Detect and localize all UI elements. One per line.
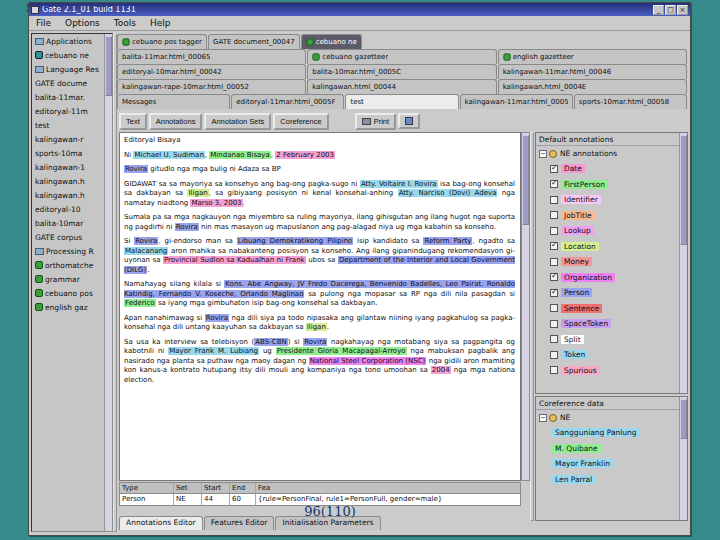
tab-test[interactable]: test <box>345 94 458 109</box>
menu-item-options[interactable]: Options <box>58 17 107 29</box>
annotation-type-row[interactable]: Location <box>536 239 687 255</box>
annotation-set-root[interactable]: − NE annotations <box>536 146 687 161</box>
table-column-header[interactable]: Start <box>202 483 230 493</box>
annotation-type-row[interactable]: Organization <box>536 270 687 286</box>
tab-messages[interactable]: Messages <box>117 94 230 109</box>
coreference-panel-scrollbar-thumb[interactable] <box>680 399 687 439</box>
collapse-icon[interactable]: − <box>539 414 547 422</box>
tree-item[interactable]: GATE corpus <box>32 230 104 244</box>
minimize-icon[interactable]: _ <box>653 5 664 15</box>
annotation-type-row[interactable]: Token <box>536 347 687 363</box>
tree-item[interactable]: orthomatche <box>32 258 104 272</box>
annotation-panel-scrollbar-thumb[interactable] <box>680 135 687 245</box>
coreference-row[interactable]: M. Quibane <box>536 441 687 457</box>
coreference-row[interactable]: Len Parral <box>536 472 687 488</box>
checkbox-icon[interactable] <box>550 180 558 188</box>
tab-cebuano-gazetteer[interactable]: cebuano gazetteer <box>307 49 496 64</box>
toolbar-extra-button[interactable] <box>398 113 420 129</box>
tree-item[interactable]: grammar <box>32 272 104 286</box>
tab-kalingawan-html-00044[interactable]: kalingawan.html_00044 <box>307 79 496 94</box>
checkbox-icon[interactable] <box>550 258 558 266</box>
tab-gate-document-00047[interactable]: GATE document_00047 <box>208 34 300 49</box>
checkbox-icon[interactable] <box>550 335 558 343</box>
document-scrollbar-thumb[interactable] <box>522 135 529 225</box>
menu-item-tools[interactable]: Tools <box>107 17 143 29</box>
annotation-type-row[interactable]: FirstPerson <box>536 177 687 193</box>
tab-cebuano-ne[interactable]: cebuano ne <box>301 34 362 49</box>
tree-scrollbar[interactable] <box>104 34 112 531</box>
tab-kalingawan-11mar-html-0005a[interactable]: kalingawan-11mar.html_0005A <box>460 94 573 109</box>
menu-item-help[interactable]: Help <box>143 17 178 29</box>
document-text-view[interactable]: Editoryal BisayaNi Michael U. Sudiman, M… <box>119 132 521 481</box>
right-splitter[interactable] <box>530 132 534 521</box>
annotation-type-row[interactable]: Spurious <box>536 363 687 379</box>
tab-balita-11mar-html-00065[interactable]: balita-11mar.html_00065 <box>117 49 306 64</box>
annotation-type-row[interactable]: Date <box>536 161 687 177</box>
tree-item[interactable]: cebuano ne <box>32 48 104 62</box>
coreference-button[interactable]: Coreference <box>273 113 328 130</box>
annotation-type-row[interactable]: Person <box>536 285 687 301</box>
document-scrollbar[interactable] <box>521 132 530 481</box>
checkbox-icon[interactable] <box>550 227 558 235</box>
tree-item[interactable]: english gaz <box>32 300 104 314</box>
annotation-type-row[interactable]: Lookup <box>536 223 687 239</box>
tab-kalingawan-11mar-html-00046[interactable]: kalingawan-11mar.html_00046 <box>498 64 687 79</box>
annotation-type-row[interactable]: Identifier <box>536 192 687 208</box>
menu-item-file[interactable]: File <box>29 17 58 29</box>
table-column-header[interactable]: End <box>230 483 256 493</box>
annotation-panel-scrollbar[interactable] <box>679 133 687 393</box>
tree-scrollbar-thumb[interactable] <box>105 36 112 96</box>
tree-item[interactable]: GATE docume <box>32 76 104 90</box>
tree-item[interactable]: cebuano pos <box>32 286 104 300</box>
text-button[interactable]: Text <box>119 113 147 130</box>
annotations-button[interactable]: Annotations <box>149 113 203 130</box>
coreference-row[interactable]: Mayor Franklin <box>536 456 687 472</box>
table-column-header[interactable]: Fea <box>256 483 520 493</box>
table-column-header[interactable]: Set <box>174 483 202 493</box>
tree-item[interactable]: kalingawan-r <box>32 132 104 146</box>
tree-item[interactable]: balita-11mar. <box>32 90 104 104</box>
tab-cebuano-pos-tagger[interactable]: cebuano pos tagger <box>117 34 207 49</box>
checkbox-icon[interactable] <box>550 320 558 328</box>
checkbox-icon[interactable] <box>550 366 558 374</box>
checkbox-icon[interactable] <box>550 351 558 359</box>
tree-item[interactable]: kalingawan.h <box>32 188 104 202</box>
tree-item[interactable]: sports-10ma <box>32 146 104 160</box>
print-button[interactable]: Print <box>355 113 396 130</box>
checkbox-icon[interactable] <box>550 242 558 250</box>
annotation-type-row[interactable]: Sentence <box>536 301 687 317</box>
coreference-panel-scrollbar[interactable] <box>679 397 687 520</box>
maximize-icon[interactable]: □ <box>665 5 676 15</box>
tree-item[interactable]: balita-10mar <box>32 216 104 230</box>
checkbox-icon[interactable] <box>550 165 558 173</box>
tab-balita-10mar-html-0005c[interactable]: balita-10mar.html_0005C <box>307 64 496 79</box>
checkbox-icon[interactable] <box>550 304 558 312</box>
tree-item[interactable]: Language Res <box>32 62 104 76</box>
tab-editoryal-11mar-html-0005f[interactable]: editoryal-11mar.html_0005F <box>231 94 344 109</box>
checkbox-icon[interactable] <box>550 273 558 281</box>
collapse-icon[interactable]: − <box>539 150 547 158</box>
tab-english-gazetteer[interactable]: english gazetteer <box>498 49 687 64</box>
title-bar[interactable]: Gate 2.1_01 build 1131 _ □ × <box>29 3 690 16</box>
annotation-type-row[interactable]: Split <box>536 332 687 348</box>
tab-kalingawan-html-0004e[interactable]: kalingawan.html_0004E <box>498 79 687 94</box>
checkbox-icon[interactable] <box>550 211 558 219</box>
tab-kalingawan-rape-10mar-html-00052[interactable]: kalingawan-rape-10mar.html_00052 <box>117 79 306 94</box>
annotation-sets-button[interactable]: Annotation Sets <box>204 113 271 130</box>
tree-item[interactable]: kalingawan.h <box>32 174 104 188</box>
tree-item[interactable]: editoryal-11m <box>32 104 104 118</box>
tree-item[interactable]: editoryal-10 <box>32 202 104 216</box>
tab-editoryal-10mar-html-00042[interactable]: editoryal-10mar.html_00042 <box>117 64 306 79</box>
annotation-type-row[interactable]: SpaceToken <box>536 316 687 332</box>
annotation-type-row[interactable]: JobTitle <box>536 208 687 224</box>
coreference-row[interactable]: Sangguniang Panlung <box>536 425 687 441</box>
table-column-header[interactable]: Type <box>120 483 174 493</box>
checkbox-icon[interactable] <box>550 289 558 297</box>
tree-item[interactable]: Processing R <box>32 244 104 258</box>
tree-item[interactable]: test <box>32 118 104 132</box>
checkbox-icon[interactable] <box>550 196 558 204</box>
tab-sports-10mar-html-00058[interactable]: sports-10mar.html_00058 <box>574 94 687 109</box>
tree-item[interactable]: kalingawan-1 <box>32 160 104 174</box>
close-icon[interactable]: × <box>677 5 688 15</box>
coreference-root[interactable]: − NE <box>536 410 687 425</box>
